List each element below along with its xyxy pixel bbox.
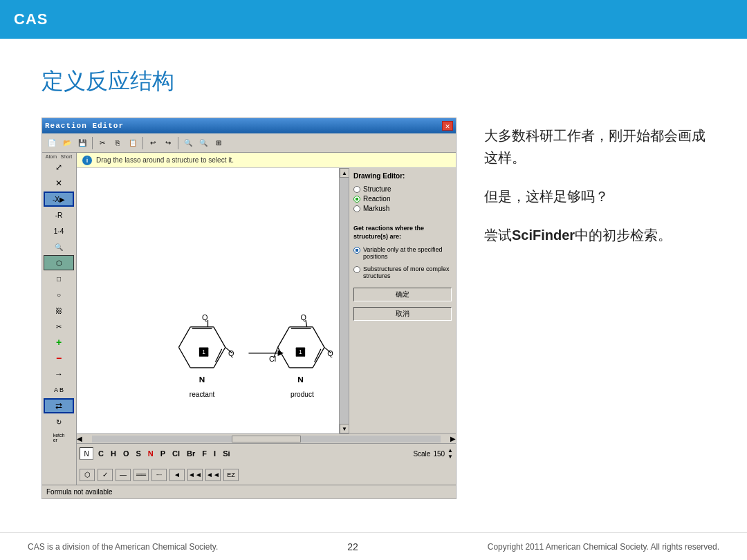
scale-up[interactable]: ▲ [448, 447, 453, 454]
toolbar-redo[interactable]: ↪ [161, 136, 175, 150]
lt-template[interactable]: ⬡ [44, 255, 74, 270]
toolbar-fit[interactable]: ⊞ [212, 136, 225, 150]
lt-arrow2[interactable]: ⇄ [44, 398, 74, 413]
lt-scissor[interactable]: ✂ [44, 319, 74, 334]
vertical-scrollbar[interactable]: ▲ ▼ [339, 168, 349, 433]
lt-ab[interactable]: A B [44, 382, 74, 398]
hscroll-left[interactable]: ◀ [77, 435, 82, 442]
toolbar-paste[interactable]: 📋 [126, 136, 140, 150]
elem-s[interactable]: S [133, 449, 142, 458]
shape-line1[interactable]: — [116, 469, 131, 481]
shape-ez[interactable]: EZ [223, 469, 239, 481]
info-text: Drag the lasso around a structure to sel… [96, 156, 234, 164]
shape-arrow-left[interactable]: ◄ [169, 469, 185, 481]
toolbar-new[interactable]: 📄 [45, 136, 59, 150]
toolbar-zoom-in[interactable]: 🔍 [181, 136, 195, 150]
lt-select[interactable]: ✕ [44, 176, 74, 191]
option2-radio[interactable]: Substructures of more complex structures [353, 265, 452, 279]
shape-arrow-r1[interactable]: ◄◄ [187, 469, 203, 481]
toolbar-undo[interactable]: ↩ [146, 136, 160, 150]
shape-row: ⬡ ✓ — ══ ··· ◄ ◄◄ ◄◄ EZ [80, 467, 453, 483]
hscroll-thumb[interactable] [232, 436, 302, 442]
elem-f[interactable]: F [200, 449, 209, 458]
atom-label: Atom [46, 154, 57, 159]
elem-i[interactable]: I [212, 449, 218, 458]
svg-line-13 [278, 347, 290, 367]
product-badge: 1 [299, 348, 302, 355]
elem-si[interactable]: Si [221, 449, 232, 458]
cancel-button[interactable]: 取消 [353, 307, 452, 321]
product-molecule: N Cl Q Q [269, 313, 333, 398]
shape-hexagon[interactable]: ⬡ [80, 469, 95, 481]
shape-check[interactable]: ✓ [98, 469, 113, 481]
lt-ketcher[interactable]: ketcher [44, 430, 74, 445]
radio-structure-circle[interactable] [353, 186, 360, 193]
option2-circle[interactable] [353, 266, 360, 273]
elem-c[interactable]: C [96, 449, 106, 458]
lt-ellipse[interactable]: ○ [44, 287, 74, 302]
lt-lasso[interactable]: ⤢ [44, 160, 74, 175]
lt-chain[interactable]: 1-4 [44, 223, 74, 239]
lt-rotate[interactable]: ↻ [44, 414, 74, 429]
elem-cl[interactable]: Cl [170, 449, 182, 458]
lt-bond[interactable]: -X▶ [44, 192, 74, 207]
option1-label: Variable only at the specified positions [363, 246, 452, 260]
text-content-2: 但是，这样足够吗？ [484, 189, 609, 204]
toolbar-zoom-out[interactable]: 🔍 [196, 136, 210, 150]
elem-o[interactable]: O [121, 449, 131, 458]
lt-rect[interactable]: □ [44, 271, 74, 286]
canvas-and-panel: N Q Q 1 [77, 168, 456, 433]
scale-spinner[interactable]: ▲ ▼ [448, 447, 453, 460]
svg-line-16 [313, 327, 324, 347]
lt-chain2[interactable]: ⛓ [44, 303, 74, 318]
radio-markush-circle[interactable] [353, 205, 360, 212]
toolbar-copy[interactable]: ⎘ [111, 136, 124, 150]
svg-line-1 [178, 347, 190, 367]
reactant-n-label: N [199, 375, 205, 384]
vscroll-down[interactable]: ▼ [340, 424, 349, 433]
elem-n[interactable]: N [146, 449, 156, 458]
header: CAS [0, 0, 747, 39]
text-block-2: 但是，这样足够吗？ [484, 185, 706, 207]
canvas-area: i Drag the lasso around a structure to s… [77, 153, 456, 485]
radio-markush[interactable]: Markush [353, 205, 452, 212]
drawing-canvas[interactable]: N Q Q 1 [77, 168, 339, 433]
drawing-editor-label: Drawing Editor: [353, 172, 452, 180]
vscroll-up[interactable]: ▲ [340, 168, 349, 178]
reactant-molecule: N Q Q 1 [178, 313, 234, 398]
lt-plus[interactable]: + [44, 335, 74, 350]
atom-short-labels: Atom Short [44, 154, 74, 159]
radio-markush-label: Markush [363, 205, 389, 212]
radio-reaction-circle[interactable] [353, 196, 360, 203]
element-input[interactable] [80, 447, 93, 460]
shape-arrow-r2[interactable]: ◄◄ [205, 469, 221, 481]
hscroll-track [92, 436, 441, 442]
toolbar-cut[interactable]: ✂ [95, 136, 109, 150]
confirm-button[interactable]: 确定 [353, 288, 452, 301]
elem-br[interactable]: Br [185, 449, 197, 458]
content-row: Reaction Editor ✕ 📄 📂 💾 ✂ ⎘ 📋 ↩ ↪ 🔍 🔍 ⊞ [42, 118, 706, 499]
lt-minus[interactable]: − [44, 351, 74, 366]
right-panel: Drawing Editor: Structure Reaction [349, 168, 456, 433]
scifinder-text: SciFinder [512, 227, 575, 243]
radio-reaction[interactable]: Reaction [353, 195, 452, 203]
radio-reaction-label: Reaction [363, 195, 390, 203]
product-cl-label: Cl [269, 355, 276, 363]
shape-line2[interactable]: ══ [133, 469, 149, 481]
lt-query[interactable]: 🔍 [44, 239, 74, 254]
toolbar-open[interactable]: 📂 [60, 136, 74, 150]
lt-ring[interactable]: -R [44, 207, 74, 223]
radio-structure[interactable]: Structure [353, 185, 452, 193]
option1-circle[interactable] [353, 247, 360, 254]
lt-arrow[interactable]: → [44, 366, 74, 382]
option1-radio[interactable]: Variable only at the specified positions [353, 246, 452, 260]
elem-p[interactable]: P [158, 449, 167, 458]
window-close-button[interactable]: ✕ [442, 121, 453, 131]
horizontal-scrollbar[interactable]: ◀ ▶ [77, 433, 456, 443]
radio-structure-label: Structure [363, 185, 391, 193]
scale-down[interactable]: ▼ [448, 454, 453, 460]
shape-dots[interactable]: ··· [151, 469, 167, 481]
hscroll-right[interactable]: ▶ [450, 435, 456, 442]
elem-h[interactable]: H [109, 449, 118, 458]
toolbar-save[interactable]: 💾 [75, 136, 89, 150]
